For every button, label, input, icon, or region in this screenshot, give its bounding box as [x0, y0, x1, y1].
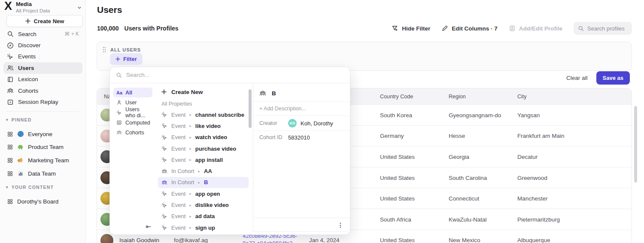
megaphone-icon — [17, 157, 24, 164]
search-icon — [7, 30, 14, 37]
event-cursor-icon — [116, 110, 122, 115]
column-header-region[interactable]: Region — [449, 94, 466, 100]
category-all[interactable]: Aa All — [113, 88, 152, 97]
add-filter-button[interactable]: Filter — [110, 53, 143, 65]
cohorts-icon — [161, 168, 167, 174]
property-event-like-video[interactable]: Event▸like video — [158, 120, 249, 131]
cohorts-icon — [161, 179, 167, 185]
clear-all-button[interactable]: Clear all — [566, 75, 588, 81]
property-event-sign-up[interactable]: Event▸sign up — [158, 222, 249, 233]
save-as-button[interactable]: Save as — [596, 71, 630, 85]
property-event-purchase-video[interactable]: Event▸purchase video — [158, 143, 249, 154]
avatar — [100, 234, 113, 243]
cohorts-icon — [7, 87, 14, 94]
globe-icon — [17, 131, 24, 137]
property-in-cohort-b[interactable]: In Cohort▸B — [158, 177, 249, 188]
add-description-button[interactable]: + Add Description... — [253, 102, 350, 116]
table-scrollbar[interactable] — [634, 106, 637, 182]
dropdown-search-input[interactable] — [126, 72, 344, 78]
cohort-id-label: Cohort ID — [259, 134, 284, 140]
sidebar-nav: Search ⌘ + K Discover Events Users Lexic… — [3, 28, 82, 108]
collapse-panel-icon[interactable]: ⇤ — [146, 223, 151, 231]
category-cohorts[interactable]: Cohorts — [113, 128, 152, 137]
dropdown-property-list: Create New All Properties Event▸channel … — [155, 83, 253, 234]
pencil-icon — [441, 25, 448, 32]
sidebar-board-dorothys-board[interactable]: Dorothy's Board — [3, 195, 82, 208]
pinned-section-header[interactable]: ▾ PINNED — [6, 117, 82, 122]
property-event-channel-subscribe[interactable]: Event▸channel subscribe — [158, 109, 249, 120]
event-cursor-icon — [161, 134, 167, 140]
category-computed[interactable]: Computed — [113, 118, 152, 128]
your-content-section-header[interactable]: ▾ YOUR CONTENT — [6, 185, 82, 190]
sidebar-item-lexicon[interactable]: Lexicon — [3, 74, 82, 85]
header-actions: Hide Filter Edit Columns · 7 Add/Edit Pr… — [392, 22, 632, 35]
category-user[interactable]: User — [113, 97, 152, 107]
search-profiles-box[interactable] — [574, 22, 632, 35]
your-content-list: Dorothy's Board — [3, 195, 82, 208]
sidebar-board-data-team[interactable]: Data Team — [3, 167, 82, 180]
workspace-switcher[interactable]: X Media All Project Data — [3, 0, 82, 15]
dropdown-create-new[interactable]: Create New — [158, 86, 249, 98]
column-header-city[interactable]: City — [517, 94, 527, 100]
property-event-dislike-video[interactable]: Event▸dislike video — [158, 199, 249, 210]
search-icon — [578, 25, 584, 31]
workspace-name: Media — [16, 1, 73, 8]
puzzle-icon — [17, 144, 24, 151]
sidebar-board-everyone[interactable]: Everyone — [3, 128, 82, 141]
dropdown-search[interactable] — [110, 67, 350, 83]
more-options-icon[interactable]: ⋮ — [337, 222, 343, 228]
sidebar-board-marketing-team[interactable]: Marketing Team — [3, 154, 82, 167]
column-header-country[interactable]: Country Code — [380, 94, 413, 100]
sidebar-item-cohorts[interactable]: Cohorts — [3, 85, 82, 96]
sidebar-divider — [6, 111, 79, 112]
drag-handle-icon[interactable] — [102, 46, 106, 53]
pinned-list: Everyone Product Team Marketing Team Dat… — [3, 128, 82, 180]
sidebar: X Media All Project Data Create New Sear… — [0, 0, 86, 243]
event-cursor-icon — [161, 146, 167, 152]
creator-label: Creator — [259, 120, 284, 126]
user-count: 100,000 — [97, 25, 119, 32]
event-cursor-icon — [161, 157, 167, 163]
create-new-button[interactable]: Create New — [6, 15, 83, 27]
book-icon — [7, 76, 14, 83]
sidebar-item-discover[interactable]: Discover — [3, 39, 82, 51]
board-grid-icon — [7, 144, 13, 150]
add-edit-profile-button[interactable]: Add/Edit Profile — [509, 25, 562, 32]
event-cursor-icon — [161, 123, 167, 129]
property-event-ad-data[interactable]: Event▸ad data — [158, 211, 249, 222]
cohort-id-value: 5832010 — [288, 134, 310, 141]
filter-property-dropdown: Aa All User Users who di... Computed — [109, 67, 350, 235]
count-type-selector[interactable]: Users with Profiles — [125, 25, 179, 32]
computed-icon — [116, 120, 122, 125]
property-in-cohort-aa[interactable]: In Cohort▸AA — [158, 165, 249, 176]
property-event-app-install[interactable]: Event▸app install — [158, 154, 249, 165]
plus-icon — [161, 89, 167, 94]
funnel-icon — [392, 25, 398, 32]
sidebar-item-session-replay[interactable]: Session Replay — [3, 96, 82, 107]
creator-avatar: KD — [288, 119, 297, 128]
event-cursor-icon — [161, 202, 167, 208]
hide-filter-button[interactable]: Hide Filter — [392, 25, 430, 32]
chevron-down-icon: ▾ — [6, 185, 9, 189]
aa-icon: Aa — [116, 90, 122, 95]
cohort-title: B — [272, 90, 276, 97]
property-event-watch-video[interactable]: Event▸watch video — [158, 132, 249, 143]
board-grid-icon — [7, 170, 13, 177]
user-email: fo@ikavaf.ag — [174, 237, 208, 243]
board-grid-icon — [7, 198, 13, 205]
app-logo: X — [3, 0, 12, 12]
sidebar-item-users[interactable]: Users — [3, 62, 82, 73]
board-grid-icon — [7, 131, 13, 137]
edit-columns-button[interactable]: Edit Columns · 7 — [441, 25, 498, 32]
sidebar-board-product-team[interactable]: Product Team — [3, 141, 82, 154]
search-profiles-input[interactable] — [587, 25, 628, 32]
chevron-down-icon — [77, 5, 82, 10]
sidebar-item-search[interactable]: Search ⌘ + K — [3, 28, 82, 39]
sidebar-item-events[interactable]: Events — [3, 51, 82, 62]
property-event-app-open[interactable]: Event▸app open — [158, 188, 249, 199]
dropdown-scrollbar[interactable] — [249, 89, 252, 128]
event-cursor-icon — [161, 225, 167, 231]
event-cursor-icon — [7, 53, 14, 60]
all-properties-label: All Properties — [161, 101, 249, 107]
category-users-who-did[interactable]: Users who di... — [113, 108, 152, 118]
